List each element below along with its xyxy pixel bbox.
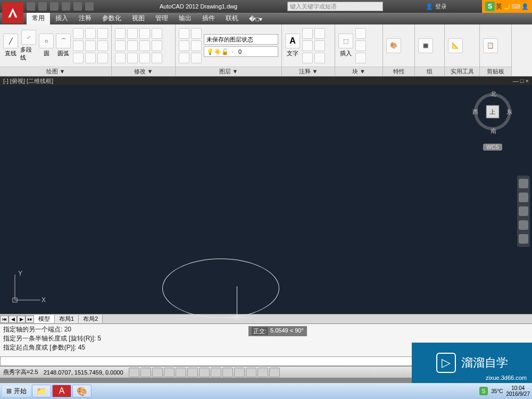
nav-showmotion[interactable]	[519, 234, 528, 244]
wcs-badge[interactable]: WCS	[483, 144, 502, 151]
crosshair-pickbox	[235, 315, 239, 320]
qat-undo[interactable]	[62, 2, 70, 11]
qat-open[interactable]	[38, 2, 47, 11]
layout-1[interactable]: 布局1	[55, 315, 79, 323]
tool-polyline[interactable]: ⟋多段线	[20, 30, 37, 62]
toggle-qp[interactable]	[257, 368, 268, 377]
user-icon: 👤	[426, 3, 433, 10]
tab-prev[interactable]: ◀	[9, 315, 17, 323]
title-bar: AutoCAD 2012 Drawing1.dwg 键入关键字或短语 👤 登录 …	[0, 0, 532, 13]
tab-plugins[interactable]: 插件	[197, 12, 220, 24]
app-logo[interactable]	[2, 2, 23, 23]
toggle-ortho[interactable]	[152, 368, 163, 377]
tab-manage[interactable]: 管理	[150, 12, 173, 24]
task-explorer[interactable]: 📁	[32, 385, 51, 397]
tool-properties[interactable]: 🎨	[386, 38, 401, 53]
panel-annotate-title[interactable]: 注释 ▼	[282, 66, 335, 76]
tool-rect[interactable]	[73, 28, 84, 39]
toggle-3dosnap[interactable]	[187, 368, 198, 377]
viewcube[interactable]: 北 南 东 西 上 WCS	[471, 90, 514, 138]
qat-print[interactable]	[85, 2, 94, 11]
tab-output[interactable]: 输出	[173, 12, 197, 24]
panel-props-title[interactable]: 特性	[383, 66, 414, 76]
tray-clock[interactable]: 10:04 2016/9/27	[506, 385, 530, 397]
watermark: ▷ 溜溜自学 zixue.3d66.com	[412, 343, 532, 383]
svg-text:北: 北	[491, 90, 496, 97]
search-input[interactable]: 键入关键字或短语	[287, 2, 383, 11]
panel-clip-title[interactable]: 剪贴板	[480, 66, 511, 76]
panel-group: ▦ 组	[415, 24, 445, 76]
viewport-controls: — □ ×	[513, 78, 529, 84]
svg-text:X: X	[41, 296, 46, 304]
tool-utilities[interactable]: 📐	[448, 38, 463, 53]
svg-text:上: 上	[489, 109, 495, 115]
toggle-snap[interactable]	[129, 368, 139, 377]
toggle-ducs[interactable]	[211, 368, 221, 377]
tab-next[interactable]: ▶	[17, 315, 26, 323]
toggle-dyn[interactable]	[222, 368, 233, 377]
nav-wheel[interactable]	[519, 179, 528, 188]
drawing-viewport[interactable]: 正交: 5.0549 < 90° Y X 北 南 东 西 上 WCS	[0, 85, 532, 314]
tool-insert[interactable]: ⬚插入	[338, 34, 353, 57]
start-button[interactable]: ⊞ 开始	[2, 386, 31, 397]
qat-new[interactable]	[27, 2, 35, 11]
tab-parametric[interactable]: 参数化	[97, 12, 127, 24]
task-autocad[interactable]: A	[52, 385, 71, 397]
status-textheight: 燕秀字高=2.5	[3, 368, 38, 376]
layer-current-dropdown[interactable]: 💡☀️🔓▫️ 0	[204, 46, 278, 57]
tab-view[interactable]: 视图	[127, 12, 150, 24]
login-area[interactable]: 👤 登录	[426, 3, 447, 11]
panel-draw-title[interactable]: 绘图 ▼	[0, 66, 111, 76]
tray-temp: 35°C	[491, 388, 503, 394]
navigation-bar	[517, 176, 530, 247]
panel-block-title[interactable]: 块 ▼	[335, 66, 383, 76]
tab-home[interactable]: 常用	[27, 12, 50, 24]
play-icon: ▷	[436, 353, 456, 373]
tool-circle[interactable]: ○圆	[39, 34, 54, 57]
tab-annotate[interactable]: 注释	[73, 12, 97, 24]
tool-line[interactable]: ╱直线	[3, 34, 18, 57]
qat-save[interactable]	[50, 2, 59, 11]
layer-state-dropdown[interactable]: 未保存的图层状态	[204, 34, 278, 45]
layout-2[interactable]: 布局2	[79, 315, 103, 323]
toggle-osnap[interactable]	[176, 368, 186, 377]
quick-access-toolbar	[27, 2, 94, 11]
panel-modify-title[interactable]: 修改 ▼	[112, 66, 175, 76]
panel-layer-title[interactable]: 图层 ▼	[176, 66, 281, 76]
tab-online[interactable]: 联机	[220, 12, 244, 24]
tab-insert[interactable]: 插入	[50, 12, 73, 24]
tab-first[interactable]: ⏮	[0, 315, 9, 323]
toggle-grid[interactable]	[140, 368, 151, 377]
qat-redo[interactable]	[73, 2, 82, 11]
person-icon: 👤	[521, 3, 529, 10]
tool-move[interactable]	[115, 28, 126, 39]
panel-clip: 📋 剪贴板	[480, 24, 512, 76]
tab-last[interactable]: ⏭	[26, 315, 34, 323]
ime-badge[interactable]: S 英 🌙 ⌨ 👤	[482, 0, 532, 13]
viewport-label[interactable]: [-] [俯视] [二维线框]	[3, 77, 53, 85]
keyboard-icon: ⌨	[512, 3, 520, 10]
tool-arc[interactable]: ⌒圆弧	[56, 34, 71, 57]
tool-clipboard[interactable]: 📋	[483, 38, 498, 53]
layout-model[interactable]: 模型	[34, 315, 55, 323]
tool-group[interactable]: ▦	[418, 38, 433, 53]
toggle-tpy[interactable]	[246, 368, 256, 377]
toggle-otrack[interactable]	[199, 368, 210, 377]
ime-icon: S	[485, 2, 495, 11]
ribbon-tabs: 常用 插入 注释 参数化 视图 管理 输出 插件 联机 �□▾	[0, 13, 532, 24]
toggle-lwt[interactable]	[234, 368, 245, 377]
tool-text[interactable]: A文字	[285, 34, 300, 57]
drawn-ellipse	[162, 259, 279, 318]
toggle-polar[interactable]	[164, 368, 174, 377]
viewport-header: [-] [俯视] [二维线框] — □ ×	[0, 77, 532, 85]
panel-util-title[interactable]: 实用工具	[445, 66, 479, 76]
nav-orbit[interactable]	[519, 220, 528, 230]
task-paint[interactable]: 🎨	[72, 385, 92, 397]
nav-zoom[interactable]	[519, 206, 528, 216]
window-title: AutoCAD 2012 Drawing1.dwg	[160, 3, 237, 10]
tab-expand[interactable]: �□▾	[244, 14, 268, 24]
panel-group-title[interactable]: 组	[415, 66, 444, 76]
ime-tray-icon[interactable]: S	[479, 387, 488, 395]
nav-pan[interactable]	[519, 193, 528, 202]
toggle-sc[interactable]	[269, 368, 280, 377]
